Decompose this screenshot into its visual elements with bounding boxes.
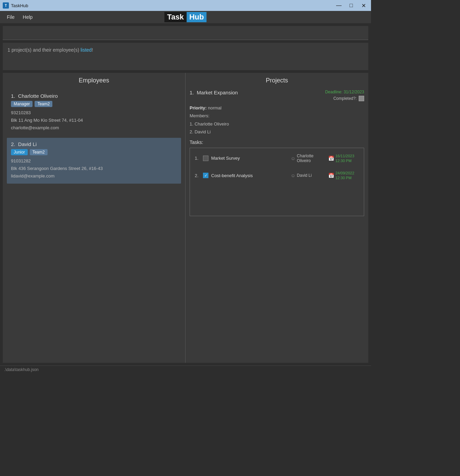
task-1-checkbox[interactable] xyxy=(203,156,208,161)
tag-team2-1: Team2 xyxy=(30,149,48,155)
title-bar: T TaskHub — □ ✕ xyxy=(0,0,371,11)
tag-manager: Manager xyxy=(11,101,33,107)
project-name: 1. Market Expansion xyxy=(190,90,238,95)
employee-card-1[interactable]: 1. Charlotte Oliveiro Manager Team2 9321… xyxy=(7,90,181,135)
project-deadline: Deadline: 31/12/2023 xyxy=(325,90,364,94)
command-area xyxy=(3,26,368,40)
task-1-date: 📅 16/11/2023 12:30 PM xyxy=(328,154,359,163)
task-1-name: Market Survey xyxy=(211,156,291,161)
calendar-icon-2: 📅 xyxy=(328,173,334,178)
status-text: .\data\taskhub.json xyxy=(4,367,39,372)
employee-1-tags: Manager Team2 xyxy=(11,101,177,107)
person-icon-1: ☺ xyxy=(291,156,295,161)
employees-panel: Employees 1. Charlotte Oliveiro Manager … xyxy=(3,73,186,363)
task-2-checkbox[interactable]: ✓ xyxy=(203,173,208,178)
project-header: 1. Market Expansion Deadline: 31/12/2023… xyxy=(190,90,364,101)
projects-title: Projects xyxy=(190,77,364,84)
tasks-label: Tasks: xyxy=(190,140,364,145)
app-title: TaskHub xyxy=(11,3,28,8)
logo-hub: Hub xyxy=(187,12,207,22)
employee-2-tags: Junior Team2 xyxy=(11,149,177,155)
tag-team2-0: Team2 xyxy=(35,101,52,107)
menu-help[interactable]: Help xyxy=(19,12,37,22)
employee-1-info: 93210283 Blk 11 Ang Mo Kio Street 74, #1… xyxy=(11,109,177,132)
completed-checkbox[interactable] xyxy=(359,96,364,101)
task-2-name: Cost-benefit Analysis xyxy=(211,173,291,178)
project-card-1: 1. Market Expansion Deadline: 31/12/2023… xyxy=(190,90,364,216)
employee-card-2[interactable]: 2. David Li Junior Team2 91031282 Blk 43… xyxy=(7,138,181,183)
app-logo: Task Hub xyxy=(164,12,206,22)
project-details: Priority: normal Members: 1. Charlotte O… xyxy=(190,104,364,136)
info-bar: 1 project(s) and their employee(s) liste… xyxy=(3,43,368,70)
tasks-container: 1. Market Survey ☺ Charlotte Oliveiro 📅 … xyxy=(190,148,364,216)
projects-panel: Projects 1. Market Expansion Deadline: 3… xyxy=(186,73,368,363)
employee-2-phone: 91031282 xyxy=(11,157,177,165)
employee-2-name: 2. David Li xyxy=(11,141,177,147)
logo-task: Task xyxy=(164,12,187,22)
task-2-num: 2. xyxy=(195,173,203,178)
task-row-2[interactable]: 2. ✓ Cost-benefit Analysis ☺ David Li 📅 … xyxy=(193,168,361,183)
task-1-num: 1. xyxy=(195,156,203,161)
task-2-date: 📅 24/09/2022 12:30 PM xyxy=(328,171,359,181)
command-input[interactable] xyxy=(7,29,364,37)
main-content: Employees 1. Charlotte Oliveiro Manager … xyxy=(3,73,368,363)
info-text: 1 project(s) and their employee(s) liste… xyxy=(8,46,363,54)
minimize-button[interactable]: — xyxy=(334,2,344,9)
title-bar-left: T TaskHub xyxy=(3,2,28,9)
close-button[interactable]: ✕ xyxy=(359,2,368,9)
status-bar: .\data\taskhub.json xyxy=(0,366,371,373)
task-1-assignee: ☺ Charlotte Oliveiro xyxy=(291,154,328,163)
task-row-1[interactable]: 1. Market Survey ☺ Charlotte Oliveiro 📅 … xyxy=(193,151,361,166)
maximize-button[interactable]: □ xyxy=(346,2,356,9)
menu-bar: File Help Task Hub xyxy=(0,11,371,23)
employee-2-address: Blk 436 Serangoon Gardens Street 26, #16… xyxy=(11,165,177,172)
tag-junior: Junior xyxy=(11,149,28,155)
employee-1-phone: 93210283 xyxy=(11,109,177,117)
employee-1-name: 1. Charlotte Oliveiro xyxy=(11,93,177,99)
app-icon: T xyxy=(3,2,9,9)
title-bar-controls: — □ ✕ xyxy=(334,2,368,9)
project-completed: Completed?: xyxy=(325,96,364,101)
task-2-assignee: ☺ David Li xyxy=(291,173,328,178)
employee-2-info: 91031282 Blk 436 Serangoon Gardens Stree… xyxy=(11,157,177,180)
employee-1-address: Blk 11 Ang Mo Kio Street 74, #11-04 xyxy=(11,117,177,124)
employee-2-email: lidavid@example.com xyxy=(11,172,177,180)
employee-1-email: charlotte@example.com xyxy=(11,124,177,132)
person-icon-2: ☺ xyxy=(291,173,295,178)
menu-file[interactable]: File xyxy=(3,12,19,22)
employees-title: Employees xyxy=(7,77,181,84)
calendar-icon-1: 📅 xyxy=(328,156,334,161)
